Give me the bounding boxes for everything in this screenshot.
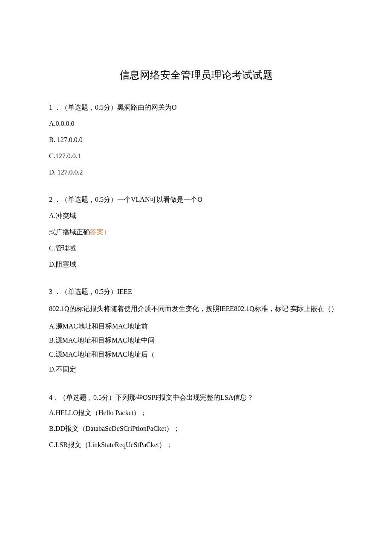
option-d: D. 127.0.0.2 xyxy=(49,167,343,177)
option-a: A.源MAC地址和目标MAC地址前 xyxy=(49,320,343,332)
option-d: D.不固定 xyxy=(49,364,343,375)
option-b-prefix: 式广播域正确 xyxy=(49,228,90,235)
option-c: C.LSR报文（LinkStateReqUeStPaCket）； xyxy=(49,440,343,450)
page-title: 信息网络安全管理员理论考试试题 xyxy=(49,68,343,82)
question-number: 2 xyxy=(49,196,52,203)
question-number: 3 xyxy=(49,288,52,295)
question-extra-text: 802.1Q的标记报头将随着使用介质不同而发生变化，按照IEEE802.1Q标准… xyxy=(49,303,343,315)
option-a: A.HELLO报文（Hello Packet）； xyxy=(49,407,343,418)
question-3: 3 ．（单选题，0.5分）IEEE 802.1Q的标记报头将随着使用介质不同而发… xyxy=(49,287,343,375)
option-b: 式广播域正确答案） xyxy=(49,227,343,237)
question-1: 1 ．（单选题，0.5分）黑洞路由的网关为O A.0.0.0.0 B. 127.… xyxy=(49,102,343,177)
option-b: B.源MAC地址和目标MAC地址中间 xyxy=(49,334,343,346)
question-stem-text: ．（单选题，0.5分）一个VLAN可以看做是一个O xyxy=(54,196,202,203)
question-number: 1 xyxy=(49,104,52,111)
question-stem: 1 ．（单选题，0.5分）黑洞路由的网关为O xyxy=(49,102,343,113)
option-d: D.阻塞域 xyxy=(49,259,343,270)
option-a: A.冲突域 xyxy=(49,211,343,221)
answer-marker: 答案） xyxy=(90,228,110,235)
question-stem-text: ．（单选题，0.5分）IEEE xyxy=(54,288,132,295)
option-c: C.127.0.0.1 xyxy=(49,151,343,161)
option-c: C.源MAC地址和目标MAC地址后（ xyxy=(49,349,343,360)
question-2: 2 ．（单选题，0.5分）一个VLAN可以看做是一个O A.冲突域 式广播域正确… xyxy=(49,195,343,270)
question-4: 4．（单选题，0.5分）下列那些OSPF报文中会出现完整的LSA信息？ A.HE… xyxy=(49,392,343,450)
question-stem: 2 ．（单选题，0.5分）一个VLAN可以看做是一个O xyxy=(49,195,343,205)
option-b: B. 127.0.0.0 xyxy=(49,135,343,145)
option-b: B.DD报文（DatabaSeDeSCriPtionPaCket）； xyxy=(49,424,343,434)
question-stem-text: ．（单选题，0.5分）黑洞路由的网关为O xyxy=(54,104,177,111)
question-stem: 4．（单选题，0.5分）下列那些OSPF报文中会出现完整的LSA信息？ xyxy=(49,392,343,403)
question-stem: 3 ．（单选题，0.5分）IEEE xyxy=(49,287,343,297)
question-stem-text: ．（单选题，0.5分）下列那些OSPF报文中会出现完整的LSA信息？ xyxy=(52,394,254,401)
option-a: A.0.0.0.0 xyxy=(49,119,343,129)
option-c: C.管理域 xyxy=(49,243,343,253)
question-number: 4 xyxy=(49,394,52,401)
